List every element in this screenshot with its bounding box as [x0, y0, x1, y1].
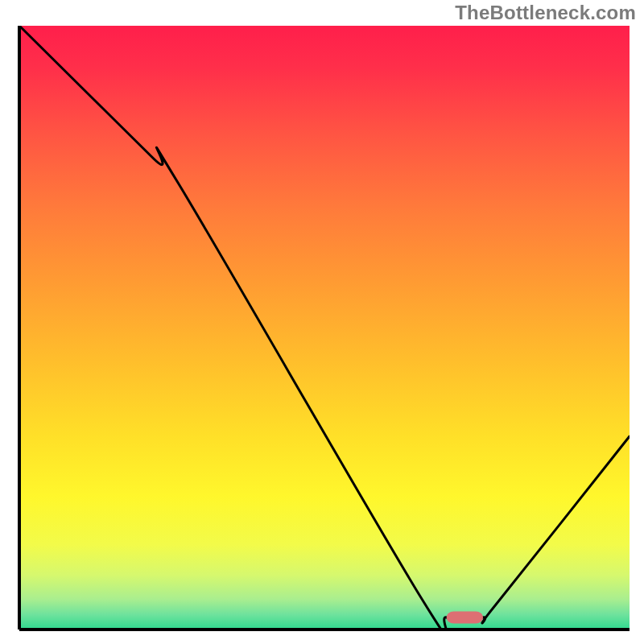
- bottleneck-chart: TheBottleneck.com: [0, 0, 644, 644]
- chart-svg: [0, 0, 644, 644]
- optimal-marker: [447, 612, 483, 624]
- watermark-text: TheBottleneck.com: [455, 2, 636, 24]
